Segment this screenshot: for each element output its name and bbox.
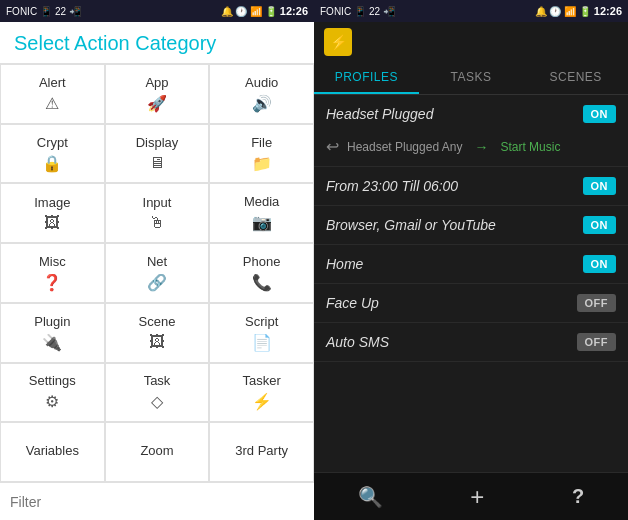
profile-item-0: Headset Plugged ON ↩ Headset Plugged Any…	[314, 95, 628, 167]
grid-item-phone[interactable]: Phone 📞	[209, 243, 314, 303]
profile-header-1[interactable]: From 23:00 Till 06:00 ON	[314, 167, 628, 205]
grid-item-icon: 🔒	[42, 154, 62, 173]
grid-item-label: Net	[147, 254, 167, 269]
profile-item-1: From 23:00 Till 06:00 ON	[314, 167, 628, 206]
grid-item-icon: 🔗	[147, 273, 167, 292]
right-notif-icons: 📱 22 📲	[354, 6, 395, 17]
grid-item-icon: 🚀	[147, 94, 167, 113]
right-signal-icons: 🔔 🕐 📶 🔋	[535, 6, 591, 17]
profile-header-3[interactable]: Home ON	[314, 245, 628, 283]
help-icon[interactable]: ?	[572, 485, 584, 508]
tab-scenes[interactable]: SCENES	[523, 62, 628, 94]
profile-name: Auto SMS	[326, 334, 389, 350]
profile-toggle[interactable]: ON	[583, 255, 617, 273]
profile-name: Face Up	[326, 295, 379, 311]
grid-item-label: Settings	[29, 373, 76, 388]
grid-item-media[interactable]: Media 📷	[209, 183, 314, 243]
grid-item-label: Variables	[26, 443, 79, 458]
grid-item-crypt[interactable]: Crypt 🔒	[0, 124, 105, 184]
grid-item-label: Input	[143, 195, 172, 210]
right-panel: FONIC 📱 22 📲 🔔 🕐 📶 🔋 12:26 ⚡ PROFILESTAS…	[314, 0, 628, 520]
profile-toggle[interactable]: ON	[583, 177, 617, 195]
profile-name: From 23:00 Till 06:00	[326, 178, 458, 194]
profile-item-3: Home ON	[314, 245, 628, 284]
grid-item-label: Image	[34, 195, 70, 210]
search-icon[interactable]: 🔍	[358, 485, 383, 509]
grid-item-variables[interactable]: Variables	[0, 422, 105, 482]
grid-item-label: Task	[144, 373, 171, 388]
grid-item-icon: 🔌	[42, 333, 62, 352]
grid-item-misc[interactable]: Misc ❓	[0, 243, 105, 303]
profile-header-0[interactable]: Headset Plugged ON	[314, 95, 628, 133]
left-title: Select Action Category	[0, 22, 314, 64]
profile-item-2: Browser, Gmail or YouTube ON	[314, 206, 628, 245]
profile-name: Browser, Gmail or YouTube	[326, 217, 496, 233]
grid-item-app[interactable]: App 🚀	[105, 64, 210, 124]
profile-toggle[interactable]: OFF	[577, 333, 617, 351]
right-status-left: FONIC 📱 22 📲	[320, 6, 395, 17]
profile-item-5: Auto SMS OFF	[314, 323, 628, 362]
right-tabs: PROFILESTASKSSCENES	[314, 62, 628, 95]
grid-item-icon: 🖼	[44, 214, 60, 232]
grid-item-icon: ❓	[42, 273, 62, 292]
grid-item-label: Phone	[243, 254, 281, 269]
grid-item-scene[interactable]: Scene 🖼	[105, 303, 210, 363]
filter-input[interactable]	[10, 494, 304, 510]
add-icon[interactable]: +	[470, 483, 484, 511]
grid-item-plugin[interactable]: Plugin 🔌	[0, 303, 105, 363]
grid-item-display[interactable]: Display 🖥	[105, 124, 210, 184]
profile-item-4: Face Up OFF	[314, 284, 628, 323]
grid-item-label: Media	[244, 194, 279, 209]
right-header: ⚡	[314, 22, 628, 62]
grid-item-net[interactable]: Net 🔗	[105, 243, 210, 303]
grid-item-label: App	[145, 75, 168, 90]
profile-toggle[interactable]: OFF	[577, 294, 617, 312]
tab-profiles[interactable]: PROFILES	[314, 62, 419, 94]
grid-item-label: Display	[136, 135, 179, 150]
grid-item-label: Tasker	[243, 373, 281, 388]
grid-item-input[interactable]: Input 🖱	[105, 183, 210, 243]
left-status-bar: FONIC 📱 22 📲 🔔 🕐 📶 🔋 12:26	[0, 0, 314, 22]
grid-item-icon: 📷	[252, 213, 272, 232]
grid-item-3rd-party[interactable]: 3rd Party	[209, 422, 314, 482]
profile-detail-condition: Headset Plugged Any	[347, 140, 462, 154]
left-time: 12:26	[280, 5, 308, 17]
grid-item-label: Plugin	[34, 314, 70, 329]
grid-item-icon: ◇	[151, 392, 163, 411]
grid-item-icon: 🖼	[149, 333, 165, 351]
grid-item-label: Scene	[139, 314, 176, 329]
grid-item-label: Audio	[245, 75, 278, 90]
grid-item-task[interactable]: Task ◇	[105, 363, 210, 423]
profile-toggle[interactable]: ON	[583, 216, 617, 234]
grid-item-icon: 🖱	[149, 214, 165, 232]
left-status-right: 🔔 🕐 📶 🔋 12:26	[221, 5, 308, 17]
left-signal-icons: 🔔 🕐 📶 🔋	[221, 6, 277, 17]
profile-detail: ↩ Headset Plugged Any → Start Music	[314, 133, 628, 166]
grid-item-icon: ⚡	[252, 392, 272, 411]
filter-bar[interactable]	[0, 482, 314, 520]
grid-item-label: 3rd Party	[235, 443, 288, 458]
profile-name: Headset Plugged	[326, 106, 433, 122]
grid-item-audio[interactable]: Audio 🔊	[209, 64, 314, 124]
grid-item-icon: ⚠	[45, 94, 59, 113]
grid-item-icon: 📞	[252, 273, 272, 292]
grid-item-label: File	[251, 135, 272, 150]
tasker-app-icon: ⚡	[324, 28, 352, 56]
grid-item-settings[interactable]: Settings ⚙	[0, 363, 105, 423]
grid-item-file[interactable]: File 📁	[209, 124, 314, 184]
grid-item-image[interactable]: Image 🖼	[0, 183, 105, 243]
right-time: 12:26	[594, 5, 622, 17]
tab-tasks[interactable]: TASKS	[419, 62, 524, 94]
profiles-list: Headset Plugged ON ↩ Headset Plugged Any…	[314, 95, 628, 472]
profile-header-5[interactable]: Auto SMS OFF	[314, 323, 628, 361]
profile-toggle[interactable]: ON	[583, 105, 617, 123]
profile-header-4[interactable]: Face Up OFF	[314, 284, 628, 322]
grid-item-alert[interactable]: Alert ⚠	[0, 64, 105, 124]
profile-header-2[interactable]: Browser, Gmail or YouTube ON	[314, 206, 628, 244]
grid-item-icon: 📁	[252, 154, 272, 173]
grid-item-tasker[interactable]: Tasker ⚡	[209, 363, 314, 423]
profile-arrow-icon: →	[474, 139, 488, 155]
grid-item-script[interactable]: Script 📄	[209, 303, 314, 363]
grid-item-zoom[interactable]: Zoom	[105, 422, 210, 482]
action-category-grid: Alert ⚠ App 🚀 Audio 🔊 Crypt 🔒 Display 🖥 …	[0, 64, 314, 482]
